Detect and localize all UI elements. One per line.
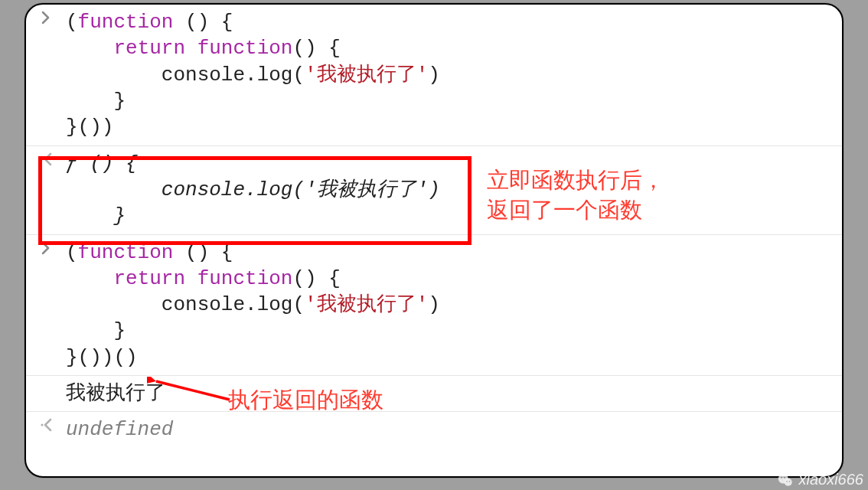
token-str: '我被执行了' — [305, 64, 428, 87]
svg-point-7 — [786, 481, 788, 482]
token-pun: 我被执行了 — [66, 382, 165, 405]
token-pun: ( — [66, 11, 78, 34]
svg-point-1 — [41, 424, 43, 426]
token-out: console.log('我被执行了') — [66, 178, 440, 201]
token-pun: console.log( — [66, 64, 305, 87]
token-str: '我被执行了' — [305, 293, 428, 316]
token-pun: () { — [292, 267, 340, 290]
token-pun — [185, 37, 197, 60]
console-row-content[interactable]: (function () { return function() { conso… — [66, 237, 842, 374]
console-row-content: 我被执行了 — [66, 377, 842, 410]
token-pun: } — [66, 319, 126, 342]
console-input-row: (function () { return function() { conso… — [26, 235, 842, 377]
log-gutter — [26, 377, 66, 382]
token-pun: ) — [428, 293, 440, 316]
token-pun: () { — [173, 241, 233, 264]
input-chevron-icon — [26, 237, 66, 255]
code-block: (function () { return function() { conso… — [66, 9, 842, 141]
token-out: } — [66, 204, 126, 227]
token-kw: function — [197, 37, 293, 60]
svg-point-5 — [781, 476, 782, 478]
token-pun: console.log( — [66, 293, 305, 316]
output-return-icon — [26, 413, 66, 432]
token-pun: () { — [292, 37, 340, 60]
token-out: ƒ () { — [66, 152, 138, 175]
console-output-row: undefined — [26, 412, 842, 447]
token-pun: }())() — [66, 346, 138, 369]
svg-point-4 — [785, 478, 792, 485]
token-pun: ) — [428, 64, 440, 87]
console-log-row: 我被执行了 — [26, 376, 842, 412]
console-row-content: undefined — [66, 413, 842, 446]
watermark: xiaoxi666 — [777, 471, 863, 488]
token-pun — [66, 37, 113, 60]
console-row-content: ƒ () { console.log('我被执行了') } — [66, 148, 842, 233]
output-return-icon — [26, 148, 66, 166]
token-kw: return — [113, 267, 185, 290]
svg-point-0 — [41, 158, 43, 160]
console-output-row: ƒ () { console.log('我被执行了') } — [26, 146, 842, 235]
svg-point-8 — [789, 481, 791, 482]
token-kw: function — [197, 267, 293, 290]
code-block: 我被执行了 — [66, 381, 842, 407]
code-block: (function () { return function() { conso… — [66, 240, 842, 371]
token-pun: } — [66, 90, 126, 113]
watermark-text: xiaoxi666 — [798, 471, 863, 488]
token-pun — [66, 267, 113, 290]
token-pun: }()) — [66, 116, 113, 139]
token-kw: function — [78, 241, 174, 264]
input-chevron-icon — [26, 6, 66, 24]
console-panel: (function () { return function() { conso… — [24, 3, 844, 478]
token-kw: function — [78, 11, 174, 34]
token-kw: return — [113, 37, 185, 60]
code-block: undefined — [66, 416, 842, 443]
code-block: ƒ () { console.log('我被执行了') } — [66, 151, 842, 230]
token-pun: () { — [173, 11, 233, 34]
console-input-row: (function () { return function() { conso… — [26, 5, 842, 146]
token-dim: undefined — [66, 418, 173, 441]
token-pun — [185, 267, 197, 290]
token-pun: ( — [66, 241, 78, 264]
wechat-icon — [777, 472, 794, 488]
console-row-content[interactable]: (function () { return function() { conso… — [66, 6, 842, 144]
svg-point-6 — [784, 476, 785, 478]
